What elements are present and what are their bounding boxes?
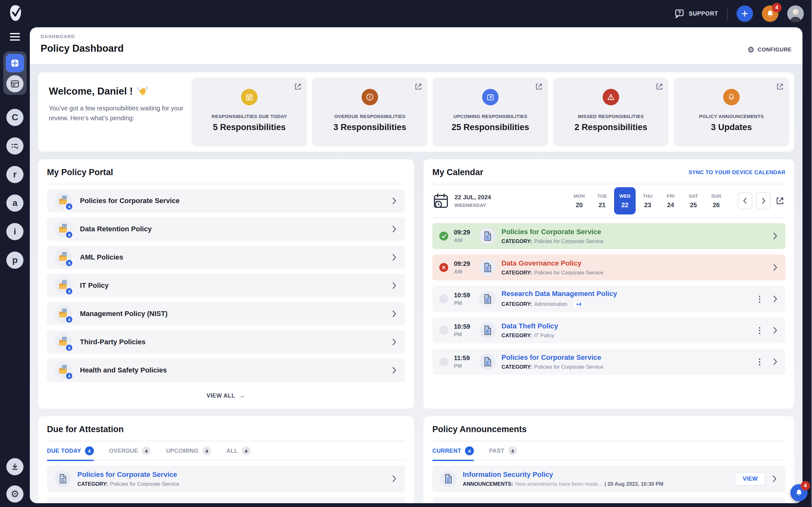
- support-button[interactable]: SUPPORT: [674, 8, 718, 19]
- tab-overdue[interactable]: OVERDUE4: [109, 446, 151, 455]
- calendar-event-pending[interactable]: 10:59PM Research Data Management Policy …: [432, 286, 785, 312]
- portal-item[interactable]: 4 Health and Safety Policies: [47, 358, 405, 382]
- announcement-item-partial[interactable]: Data Governance Policy VIEW: [432, 497, 785, 503]
- prev-week-button[interactable]: [738, 192, 752, 209]
- document-icon: [479, 259, 496, 276]
- chevron-right-icon[interactable]: [772, 263, 778, 272]
- stat-card-due-today[interactable]: RESPONSIBILITIES DUE TODAY 5 Responsibil…: [192, 77, 307, 147]
- category-label: CATEGORY:: [501, 301, 532, 307]
- kebab-menu-icon[interactable]: ⋮: [756, 296, 764, 302]
- tab-all[interactable]: ALL4: [227, 446, 251, 455]
- day-thu[interactable]: THU23: [637, 187, 659, 215]
- notification-count-badge: 4: [772, 3, 782, 12]
- user-avatar[interactable]: [787, 5, 804, 22]
- event-title[interactable]: Data Governance Policy: [501, 260, 603, 267]
- tab-due-today[interactable]: DUE TODAY4: [47, 446, 94, 455]
- kebab-menu-icon[interactable]: ⋮: [756, 358, 764, 365]
- day-mon[interactable]: MON20: [568, 187, 590, 215]
- tab-current[interactable]: CURRENT4: [432, 446, 474, 455]
- chevron-right-icon[interactable]: [391, 309, 397, 318]
- external-link-icon[interactable]: [414, 82, 423, 92]
- bell-outline-icon: [723, 89, 740, 105]
- kebab-menu-icon[interactable]: ⋮: [756, 327, 764, 334]
- portal-item[interactable]: 4 Management Policy (NIST): [47, 302, 405, 326]
- calendar-event-pending[interactable]: 11:59PM Policies for Corporate Service C…: [432, 349, 785, 375]
- folder-icon: 4: [55, 248, 72, 266]
- calendar-event-missed[interactable]: 09:29AM Data Governance Policy CATEGORY:…: [432, 255, 785, 280]
- sidebar-item-r-module[interactable]: r: [6, 166, 23, 183]
- chevron-right-icon[interactable]: [772, 326, 778, 334]
- status-pending-icon: [439, 326, 448, 335]
- portal-item[interactable]: 4 IT Policy: [47, 274, 405, 297]
- external-link-icon[interactable]: [534, 82, 544, 92]
- day-sat[interactable]: SAT25: [683, 187, 704, 215]
- external-link-icon[interactable]: [655, 82, 664, 92]
- chevron-right-icon[interactable]: [391, 366, 397, 374]
- sidebar-item-settings[interactable]: ⚙: [6, 486, 23, 503]
- chevron-right-icon[interactable]: [391, 225, 397, 233]
- portal-item[interactable]: 4 Policies for Corporate Service: [47, 189, 405, 213]
- tab-upcoming[interactable]: UPCOMING4: [166, 446, 211, 455]
- menu-toggle-button[interactable]: [10, 33, 20, 41]
- stat-card-upcoming[interactable]: UPCOMING RESPONSIBILITIES 25 Responsibil…: [433, 77, 548, 147]
- sync-calendar-link[interactable]: SYNC TO YOUR DEVICE CALENDAR: [689, 169, 785, 176]
- extra-categories-badge[interactable]: +4: [572, 300, 585, 308]
- sidebar-item-c-module[interactable]: C: [6, 109, 23, 126]
- portal-item[interactable]: 4 Data Retention Policy: [47, 217, 405, 241]
- day-tue[interactable]: TUE21: [591, 187, 613, 215]
- event-title[interactable]: Data Theft Policy: [501, 323, 558, 330]
- day-fri[interactable]: FRI24: [660, 187, 681, 215]
- calendar-clock-icon: [432, 192, 449, 209]
- gear-icon: ⚙: [11, 489, 19, 499]
- notifications-button[interactable]: 4: [762, 5, 778, 22]
- event-title[interactable]: Research Data Management Policy: [501, 290, 617, 297]
- day-wed-selected[interactable]: WED22: [614, 187, 636, 215]
- next-week-button[interactable]: [756, 192, 771, 209]
- portal-count-badge: 4: [65, 259, 73, 267]
- stat-card-announcements[interactable]: POLICY ANNOUNCEMENTS 3 Updates: [674, 77, 789, 147]
- support-label: SUPPORT: [689, 10, 718, 17]
- configure-label: CONFIGURE: [758, 47, 792, 53]
- stat-card-overdue[interactable]: OVERDUE RESPONSIBILITIES 3 Responsibilit…: [312, 77, 428, 147]
- configure-button[interactable]: ⚙ CONFIGURE: [747, 46, 792, 54]
- event-title[interactable]: Policies for Corporate Service: [501, 228, 603, 235]
- announcement-item-title[interactable]: Information Security Policy: [463, 471, 663, 478]
- chevron-right-icon[interactable]: [391, 474, 397, 483]
- sidebar-item-i-module[interactable]: i: [6, 223, 23, 240]
- chevron-right-icon[interactable]: [772, 232, 778, 240]
- sidebar-item-checklist[interactable]: [6, 137, 23, 155]
- portal-item[interactable]: 4 Third-Party Policies: [47, 330, 405, 354]
- external-link-icon[interactable]: [293, 82, 303, 92]
- chevron-right-icon[interactable]: [772, 357, 778, 366]
- chevron-right-icon[interactable]: [391, 253, 397, 262]
- chevron-right-icon[interactable]: [391, 338, 397, 346]
- portal-count-badge: 4: [65, 203, 73, 210]
- sidebar-item-feed[interactable]: [6, 75, 23, 92]
- portal-item[interactable]: 4 AML Policies: [47, 245, 405, 269]
- sidebar-item-download[interactable]: [6, 458, 23, 475]
- sidebar-item-dashboard-active[interactable]: [6, 54, 24, 72]
- tab-count-badge: 4: [202, 446, 211, 455]
- stat-card-missed[interactable]: MISSED RESPONSIBILITIES 2 Responsibiliti…: [553, 77, 669, 147]
- chevron-right-icon[interactable]: [391, 281, 397, 290]
- open-calendar-external-icon[interactable]: [774, 195, 785, 206]
- sidebar-item-a-module[interactable]: a: [6, 194, 23, 212]
- floating-notifications-button[interactable]: 4: [791, 484, 808, 501]
- view-all-link[interactable]: VIEW ALL →: [47, 392, 405, 400]
- attestation-item[interactable]: Policies for Corporate Service CATEGORY:…: [47, 465, 405, 492]
- event-title[interactable]: Policies for Corporate Service: [501, 354, 603, 361]
- chevron-right-icon[interactable]: [772, 295, 778, 303]
- announcement-item[interactable]: Information Security Policy ANNOUNCEMENT…: [432, 465, 785, 492]
- view-button[interactable]: VIEW: [735, 472, 766, 486]
- calendar-event-pending[interactable]: 10:59PM Data Theft Policy CATEGORY:IT Po…: [432, 317, 785, 343]
- chevron-right-icon[interactable]: [391, 197, 397, 205]
- attestation-item-partial[interactable]: Data Governance Policy: [47, 497, 405, 503]
- chevron-right-icon[interactable]: [771, 474, 778, 483]
- tab-past[interactable]: PAST4: [489, 446, 517, 455]
- external-link-icon[interactable]: [775, 82, 785, 92]
- day-sun[interactable]: SUN26: [705, 187, 727, 215]
- attestation-item-title[interactable]: Policies for Corporate Service: [77, 471, 179, 478]
- calendar-event-completed[interactable]: 09:29AM Policies for Corporate Service C…: [432, 223, 785, 249]
- sidebar-item-p-module[interactable]: p: [6, 251, 23, 269]
- add-button[interactable]: [737, 5, 753, 22]
